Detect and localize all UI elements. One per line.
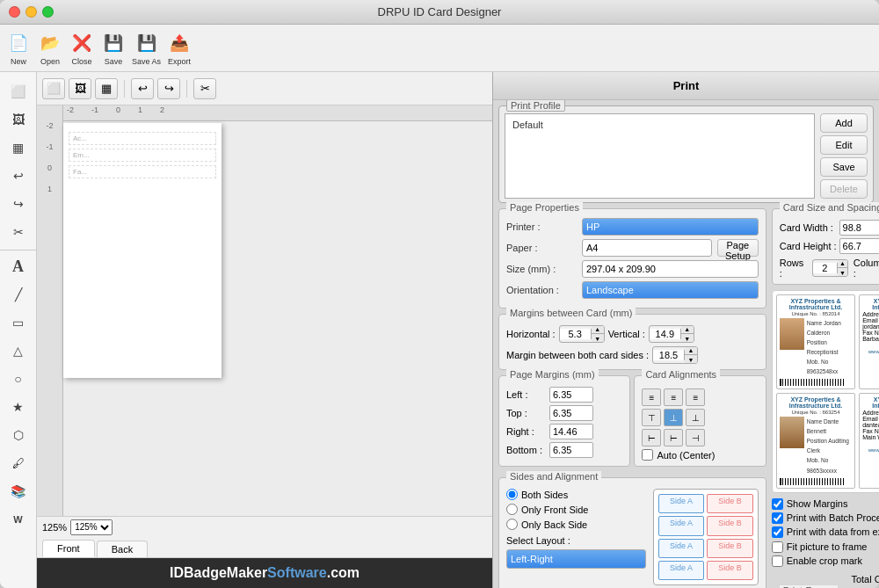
- align-center-btn[interactable]: ≡: [664, 388, 683, 406]
- image-tool[interactable]: 🖼: [5, 106, 32, 133]
- auto-center-label: Auto (Center): [657, 450, 715, 461]
- new-button[interactable]: 📄 New: [5, 31, 32, 66]
- undo-tool[interactable]: ↩: [5, 163, 32, 189]
- canvas-undo-btn[interactable]: ↩: [131, 78, 154, 99]
- rows-input[interactable]: [813, 263, 838, 273]
- canvas-redo-btn[interactable]: ↪: [157, 78, 180, 99]
- rectangle-tool[interactable]: ▭: [5, 309, 32, 336]
- data-excel-checkbox[interactable]: [772, 526, 783, 538]
- card-width-label: Card Width :: [780, 222, 837, 233]
- open-button[interactable]: 📂 Open: [37, 31, 63, 66]
- data-excel-row: Print with data from excel: [772, 526, 879, 538]
- horizontal-up-btn[interactable]: ▲: [592, 325, 604, 334]
- vertical-up-btn[interactable]: ▲: [681, 325, 694, 334]
- enable-crop-checkbox[interactable]: [772, 555, 783, 567]
- layout-select[interactable]: Left-Right: [506, 549, 646, 569]
- front-side-radio[interactable]: [506, 504, 518, 515]
- vertical-input[interactable]: [650, 329, 681, 339]
- vertical-ruler: -2 -1 0 1: [37, 105, 63, 516]
- profile-add-button[interactable]: Add: [820, 113, 868, 133]
- profile-item-default[interactable]: Default: [509, 118, 810, 132]
- canvas-element-1: Ac...: [69, 132, 216, 145]
- fit-picture-row: Fit picture to frame: [772, 541, 879, 553]
- zoom-value: 125%: [42, 522, 67, 533]
- horizontal-label: Horizontal :: [506, 329, 556, 339]
- canvas-barcode-btn[interactable]: ▦: [95, 78, 118, 99]
- batch-processing-checkbox[interactable]: [772, 512, 783, 524]
- rows-up-btn[interactable]: ▲: [838, 259, 847, 268]
- align-left-btn[interactable]: ≡: [642, 388, 661, 406]
- fit-picture-checkbox[interactable]: [772, 541, 783, 553]
- text-tool[interactable]: A: [5, 253, 32, 279]
- maximize-window-button[interactable]: [42, 6, 54, 18]
- align-middle-btn[interactable]: ⊥: [664, 409, 683, 426]
- close-window-button[interactable]: [9, 6, 20, 18]
- eraser-tool[interactable]: 🖋: [5, 450, 32, 476]
- export-button[interactable]: 📤 Export: [166, 31, 193, 66]
- left-input[interactable]: [549, 387, 593, 403]
- auto-center-checkbox[interactable]: [642, 449, 653, 461]
- main-toolbar: 📄 New 📂 Open ❌ Close 💾 Save 💾 Save As 📤 …: [0, 25, 879, 72]
- back-side-radio[interactable]: [506, 519, 518, 530]
- minimize-window-button[interactable]: [25, 6, 37, 18]
- distribute-h-btn[interactable]: ⊢: [642, 429, 661, 446]
- card-height-input[interactable]: [839, 238, 879, 254]
- save-as-button[interactable]: 💾 Save As: [132, 31, 161, 66]
- canvas-crop-btn[interactable]: ✂: [193, 78, 216, 99]
- vertical-down-btn[interactable]: ▼: [681, 334, 694, 343]
- show-margins-checkbox[interactable]: [772, 498, 783, 510]
- barcode-tool[interactable]: ▦: [5, 134, 32, 161]
- page-properties-label: Page Properties: [506, 202, 583, 213]
- margin-both-spinner-btns: ▲ ▼: [685, 346, 697, 364]
- canvas-paper[interactable]: Ac... Em... Fa...: [63, 123, 222, 378]
- export-icon: 📤: [167, 31, 192, 55]
- select-tool[interactable]: ⬜: [5, 78, 32, 105]
- horizontal-input[interactable]: [560, 329, 592, 339]
- distribute-v-btn[interactable]: ⊢: [664, 429, 683, 446]
- profile-edit-button[interactable]: Edit: [820, 135, 868, 155]
- bottom-input[interactable]: [549, 442, 593, 458]
- card-width-input[interactable]: [839, 220, 879, 236]
- canvas-image-btn[interactable]: 🖼: [69, 78, 91, 99]
- paper-row: Paper : Page Setup: [506, 239, 759, 257]
- card-preview-1-front: XYZ Properties & Infrastructure Ltd. Uni…: [776, 294, 855, 389]
- card-photo-2: [780, 417, 804, 448]
- crop-tool[interactable]: ✂: [5, 219, 32, 245]
- star-tool[interactable]: ★: [5, 394, 32, 420]
- tab-back[interactable]: Back: [97, 541, 148, 557]
- canvas-select-btn[interactable]: ⬜: [42, 78, 65, 99]
- distribute-even-btn[interactable]: ⊣: [686, 429, 705, 446]
- paper-input[interactable]: [582, 239, 712, 257]
- page-setup-button[interactable]: Page Setup: [717, 239, 759, 257]
- horizontal-down-btn[interactable]: ▼: [592, 334, 604, 343]
- profile-delete-button[interactable]: Delete: [820, 179, 868, 199]
- right-input[interactable]: [549, 424, 593, 439]
- printer-row: Printer : HP: [506, 218, 759, 236]
- tab-front[interactable]: Front: [42, 540, 95, 557]
- align-top-btn[interactable]: ⊤: [642, 409, 661, 426]
- size-input[interactable]: [582, 260, 759, 278]
- margin-both-up-btn[interactable]: ▲: [685, 346, 697, 355]
- orientation-select[interactable]: Landscape: [582, 281, 759, 299]
- align-bottom-btn[interactable]: ⊥: [686, 409, 705, 426]
- margin-both-input[interactable]: [653, 350, 685, 360]
- both-sides-radio[interactable]: [506, 489, 518, 500]
- redo-tool[interactable]: ↪: [5, 191, 32, 217]
- close-button[interactable]: ❌ Close: [69, 31, 95, 66]
- polygon-tool[interactable]: ⬡: [5, 422, 32, 448]
- top-input[interactable]: [549, 405, 593, 421]
- top-label: Top :: [506, 408, 546, 418]
- align-right-btn[interactable]: ≡: [686, 388, 705, 406]
- word-tool[interactable]: W: [5, 506, 32, 533]
- zoom-select[interactable]: 125% 100% 75%: [70, 519, 113, 535]
- line-tool[interactable]: ╱: [5, 281, 32, 308]
- profile-save-button[interactable]: Save: [820, 157, 868, 177]
- ellipse-tool[interactable]: ○: [5, 366, 32, 392]
- rows-down-btn[interactable]: ▼: [838, 268, 847, 277]
- margin-both-down-btn[interactable]: ▼: [685, 355, 697, 364]
- triangle-tool[interactable]: △: [5, 338, 32, 364]
- save-button[interactable]: 💾 Save: [100, 31, 127, 66]
- printer-select[interactable]: HP: [582, 218, 759, 236]
- size-row: Size (mm) :: [506, 260, 759, 278]
- book-tool[interactable]: 📚: [5, 478, 32, 505]
